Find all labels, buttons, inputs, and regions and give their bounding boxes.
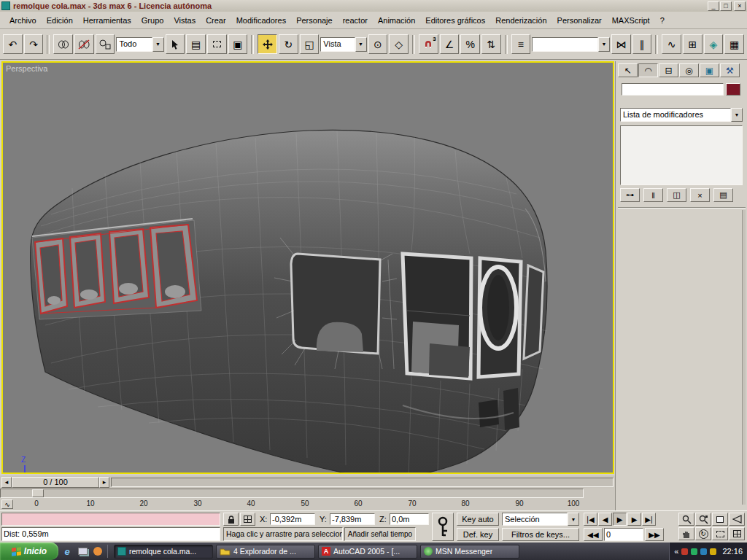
zoom-extents-button[interactable] [712,513,728,526]
align-button[interactable]: ∥ [632,34,652,54]
selection-filter-dropdown[interactable]: Todo ▼ [116,37,163,52]
object-color-swatch[interactable] [726,83,740,96]
object-name-field[interactable] [622,83,724,96]
spinner-snap-button[interactable]: ⇅ [481,34,501,54]
lock-selection-button[interactable] [223,513,239,526]
status-output-line[interactable]: Dist: 0,559m [1,527,220,541]
schematic-view-button[interactable]: ⊞ [683,34,703,54]
mini-curve-editor-button[interactable]: ∿ [1,499,13,509]
zoom-button[interactable] [678,513,694,526]
current-frame-marker[interactable] [32,489,44,497]
selection-set-dropdown[interactable]: Selección ▼ [502,513,579,526]
menu-item[interactable]: Edición [42,14,78,27]
title-bar[interactable]: remolque cola.max - 3ds max 6 - Licencia… [0,0,747,12]
link-button[interactable] [53,34,73,54]
next-key-button[interactable]: ▶▶ [645,528,664,541]
def-key-button[interactable]: Def. key [457,528,499,541]
prev-frame-button[interactable]: ◀ [598,513,612,526]
track-bar[interactable]: ∿ 0 10 20 30 40 50 60 70 80 90 100 [0,489,615,510]
undo-button[interactable]: ↶ [3,34,23,54]
make-unique-button[interactable]: ◫ [667,188,686,202]
quick-launch-desktop-icon[interactable] [76,545,89,558]
tab-display[interactable]: ▣ [700,63,719,77]
show-end-result-button[interactable]: ‖ [643,188,663,202]
minimize-button[interactable]: _ [708,1,719,11]
snap-toggle-button[interactable]: 3 [419,34,438,54]
time-slider-handle[interactable]: 0 / 100 [12,477,99,488]
start-button[interactable]: Inicio [0,542,58,560]
percent-snap-button[interactable]: % [460,34,480,54]
select-scale-button[interactable]: ◱ [300,34,320,54]
taskbar-task-msn[interactable]: MSN Messenger [420,545,519,559]
menu-item[interactable]: Personaje [291,14,338,27]
taskbar-task-3dsmax[interactable]: remolque cola.ma... [114,545,213,559]
perspective-viewport[interactable]: Z X y [1,61,614,474]
select-manipulate-button[interactable]: ◇ [389,34,409,54]
taskbar-task-explorer[interactable]: 4 Explorador de ... [216,545,315,559]
maxscript-listener-line[interactable] [1,513,220,526]
menu-item[interactable]: Grupo [136,14,169,27]
menu-item[interactable]: Archivo [4,14,42,27]
x-coordinate-field[interactable] [270,513,315,525]
pan-button[interactable] [678,527,694,540]
menu-item[interactable]: Vistas [169,14,201,27]
z-coordinate-field[interactable] [390,513,429,525]
coordinate-system-dropdown[interactable]: Vista ▼ [320,37,366,52]
menu-item[interactable]: ? [655,14,670,27]
menu-item[interactable]: reactor [338,14,373,27]
viewport-canvas[interactable]: Z X y [3,63,613,472]
tab-utilities[interactable]: ⚒ [720,63,740,77]
time-slider-track[interactable] [111,478,614,487]
tab-hierarchy[interactable]: ⊟ [659,63,678,77]
menu-item[interactable]: Animación [373,14,420,27]
add-time-tag[interactable]: Añadir señal tiempo [344,527,416,541]
track-bar-groove[interactable] [0,489,584,498]
tray-icon-volume[interactable] [710,548,716,555]
configure-modifier-sets-button[interactable]: ▤ [713,188,733,202]
redo-button[interactable]: ↷ [24,34,44,54]
menu-item[interactable]: Crear [201,14,231,27]
y-coordinate-field[interactable] [330,513,375,525]
region-zoom-button[interactable] [712,527,728,540]
menu-item[interactable]: MAXScript [607,14,655,27]
edit-named-selections-button[interactable]: ≡ [511,34,531,54]
goto-end-button[interactable]: ▶| [642,513,656,526]
menu-item[interactable]: Herramientas [78,14,136,27]
taskbar-task-autocad[interactable]: A AutoCAD 2005 - [... [318,545,417,559]
arc-rotate-button[interactable]: ↻ [695,527,711,540]
material-editor-button[interactable]: ◈ [704,34,724,54]
modifier-stack-list[interactable] [620,125,743,185]
key-auto-button[interactable]: Key auto [457,513,499,526]
tab-modify[interactable]: ◠ [638,63,658,77]
render-scene-button[interactable]: ▦ [724,34,744,54]
select-object-button[interactable] [166,34,185,54]
tab-create[interactable]: ↖ [618,63,638,77]
key-filters-button[interactable]: Filtros de keys... [502,528,579,541]
window-crossing-button[interactable]: ▣ [228,34,248,54]
named-selection-dropdown[interactable]: ▼ [532,37,610,52]
goto-start-button[interactable]: |◀ [584,513,597,526]
mirror-button[interactable]: ⋈ [611,34,631,54]
time-slider-prev-button[interactable]: ◂ [1,477,12,488]
maximize-button[interactable]: □ [720,1,732,11]
viewport-label[interactable]: Perspectiva [6,64,47,73]
select-rotate-button[interactable]: ↻ [279,34,298,54]
menu-item[interactable]: Modificadores [231,14,291,27]
unlink-button[interactable] [74,34,94,54]
menu-item[interactable]: Renderización [490,14,551,27]
quick-launch-media-icon[interactable] [91,545,104,558]
minmax-toggle-button[interactable] [729,527,745,540]
zoom-all-button[interactable] [695,513,711,526]
tray-icon-network[interactable] [700,548,707,555]
absolute-offset-toggle[interactable] [240,513,255,526]
menu-item[interactable]: Editores gráficos [420,14,490,27]
menu-item[interactable]: Personalizar [552,14,607,27]
bind-spacewarp-button[interactable] [96,34,115,54]
close-button[interactable]: × [734,1,746,11]
tray-icon-messenger[interactable] [691,548,697,555]
current-frame-field[interactable] [604,528,643,541]
modifier-list-dropdown[interactable]: Lista de modificadores ▼ [620,108,743,122]
tab-motion[interactable]: ◎ [679,63,699,77]
pin-stack-button[interactable]: ⊶ [620,188,640,202]
play-button[interactable]: ▶ [613,513,627,526]
